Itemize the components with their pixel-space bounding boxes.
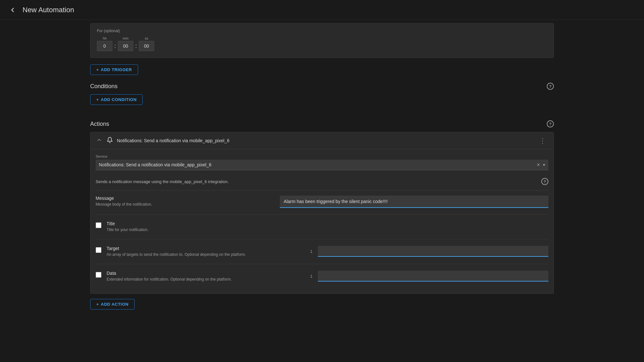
ss-group: ss	[139, 36, 154, 51]
title-checkbox[interactable]	[96, 222, 101, 228]
target-line-number: 1	[310, 246, 315, 254]
hh-group: hh	[97, 36, 112, 51]
action-title: Notifications: Send a notification via m…	[117, 138, 533, 143]
page-title: New Automation	[23, 6, 74, 14]
add-condition-button[interactable]: + ADD CONDITION	[90, 94, 143, 105]
chevron-down-icon[interactable]: ▾	[543, 162, 545, 167]
data-field-desc: Extended information for notification. O…	[107, 277, 305, 282]
mm-input[interactable]	[118, 41, 133, 51]
service-select[interactable]: Notifications: Send a notification via m…	[96, 160, 548, 170]
data-checkbox[interactable]	[96, 272, 101, 278]
target-field-name: Target	[107, 246, 305, 251]
actions-help-icon[interactable]: ?	[547, 120, 554, 127]
action-description: Sends a notification message using the m…	[96, 175, 548, 190]
description-text: Sends a notification message using the m…	[96, 179, 229, 184]
actions-section: Actions ? Notifications: Sen	[90, 120, 554, 317]
target-input-area: 1	[310, 246, 548, 257]
service-label: Service	[96, 154, 548, 158]
conditions-header: Conditions ?	[90, 83, 554, 90]
data-line-number: 1	[310, 271, 315, 279]
mm-label: mm	[123, 36, 128, 40]
clear-icon[interactable]: ✕	[536, 162, 540, 167]
notification-icon	[107, 137, 113, 145]
collapse-button[interactable]	[96, 136, 103, 145]
message-input[interactable]	[280, 196, 548, 208]
data-field-info: Data Extended information for notificati…	[107, 271, 305, 282]
ss-label: ss	[145, 36, 148, 40]
for-optional-card: For (optional) hh : mm : ss	[90, 23, 554, 58]
service-value: Notifications: Send a notification via m…	[99, 162, 211, 167]
message-field-desc: Message body of the notification.	[96, 202, 275, 207]
ss-input[interactable]	[139, 41, 154, 51]
add-trigger-plus: +	[96, 67, 99, 72]
target-row: Target An array of targets to send the n…	[96, 246, 548, 264]
description-help-icon[interactable]: ?	[541, 178, 548, 185]
actions-header: Actions ?	[90, 120, 554, 127]
add-trigger-label: ADD TRIGGER	[101, 67, 132, 72]
message-row: Message Message body of the notification…	[96, 196, 548, 215]
action-body: Service Notifications: Send a notificati…	[90, 149, 554, 293]
add-condition-label: ADD CONDITION	[101, 97, 137, 102]
conditions-help-icon[interactable]: ?	[547, 83, 554, 90]
action-card: Notifications: Send a notification via m…	[90, 132, 554, 294]
back-button[interactable]	[8, 5, 17, 15]
for-label: For (optional)	[97, 29, 547, 33]
conditions-title: Conditions	[90, 83, 118, 90]
message-field-name: Message	[96, 196, 275, 201]
target-field-info: Target An array of targets to send the n…	[107, 246, 305, 257]
title-field-info: Title Title for your notification.	[107, 221, 548, 233]
message-input-area	[280, 196, 548, 208]
data-input[interactable]	[318, 271, 548, 282]
data-input-area: 1	[310, 271, 548, 282]
mm-group: mm	[118, 36, 133, 51]
add-action-button[interactable]: + ADD ACTION	[90, 299, 135, 310]
data-row: Data Extended information for notificati…	[96, 271, 548, 289]
hh-input[interactable]	[97, 41, 112, 51]
add-condition-plus: +	[96, 97, 99, 102]
add-action-plus: +	[96, 302, 99, 307]
service-field: Service Notifications: Send a notificati…	[96, 154, 548, 170]
colon-1: :	[114, 43, 117, 50]
data-field-name: Data	[107, 271, 305, 276]
title-row: Title Title for your notification.	[96, 221, 548, 239]
title-field-desc: Title for your notification.	[107, 227, 548, 233]
target-input[interactable]	[318, 246, 548, 257]
add-action-label: ADD ACTION	[101, 302, 128, 307]
hh-label: hh	[103, 36, 107, 40]
add-trigger-button[interactable]: + ADD TRIGGER	[90, 64, 138, 75]
action-card-header: Notifications: Send a notification via m…	[90, 132, 554, 149]
colon-2: :	[135, 43, 137, 50]
target-field-desc: An array of targets to send the notifica…	[107, 252, 305, 257]
conditions-section: Conditions ? + ADD CONDITION	[90, 83, 554, 113]
more-options-button[interactable]: ⋮	[537, 136, 548, 145]
time-inputs: hh : mm : ss	[97, 36, 547, 51]
target-checkbox[interactable]	[96, 247, 101, 253]
app-header: New Automation	[0, 0, 644, 20]
main-content: For (optional) hh : mm : ss + ADD TRIGGE…	[0, 23, 644, 338]
actions-title: Actions	[90, 121, 109, 127]
message-field-info: Message Message body of the notification…	[96, 196, 275, 207]
title-field-name: Title	[107, 221, 548, 226]
service-select-icons: ✕ ▾	[536, 162, 545, 167]
